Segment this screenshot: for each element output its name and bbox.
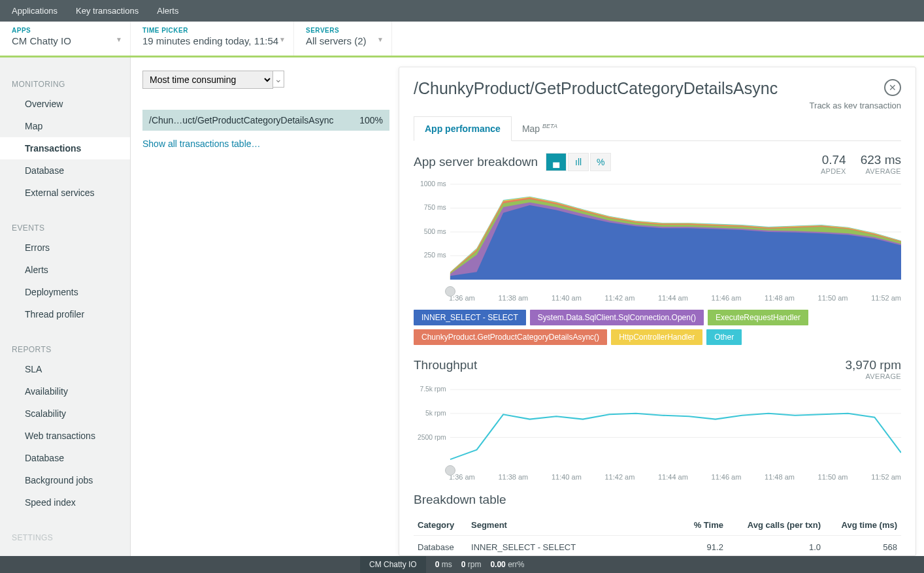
show-all-link[interactable]: Show all transactions table… <box>142 139 389 149</box>
sidebar: MONITORING OverviewMapTransactionsDataba… <box>0 57 131 556</box>
throughput-metric: 3,970 rpm AVERAGE <box>845 358 901 380</box>
sidebar-item-errors[interactable]: Errors <box>0 237 130 259</box>
time-slider-knob[interactable] <box>445 286 455 297</box>
servers-label: SERVERS <box>306 27 380 34</box>
sidebar-section-reports: REPORTS <box>0 341 130 358</box>
bar-chart-icon: ıll <box>575 157 582 167</box>
legend-chip[interactable]: INNER_SELECT - SELECT <box>414 310 526 325</box>
sidebar-section-monitoring: MONITORING <box>0 76 130 93</box>
svg-text:7.5k rpm: 7.5k rpm <box>420 385 446 393</box>
transaction-row[interactable]: /Chun…uct/GetProductCategoryDetailsAsync… <box>142 110 389 131</box>
svg-text:2500 rpm: 2500 rpm <box>418 434 446 441</box>
chart-view-area-button[interactable]: ▄ <box>546 153 567 171</box>
transactions-column: Most time consuming⌄ /Chun…uct/GetProduc… <box>131 57 399 556</box>
throughput-chart[interactable]: 2500 rpm5k rpm7.5k rpm <box>414 385 901 470</box>
sidebar-item-database[interactable]: Database <box>0 447 130 469</box>
footer-bar: CM Chatty IO 0 ms 0 rpm 0.00 err% <box>0 556 924 573</box>
sidebar-item-scalability[interactable]: Scalability <box>0 402 130 425</box>
table-header[interactable]: Segment <box>467 515 682 536</box>
sidebar-item-background-jobs[interactable]: Background jobs <box>0 469 130 491</box>
nav-key-transactions[interactable]: Key transactions <box>76 6 139 16</box>
sidebar-item-speed-index[interactable]: Speed index <box>0 491 130 514</box>
chevron-down-icon: ▼ <box>279 36 286 43</box>
svg-text:1000 ms: 1000 ms <box>420 180 446 188</box>
context-bar: APPS CM Chatty IO ▼ TIME PICKER 19 minut… <box>0 22 924 57</box>
footer-app-name[interactable]: CM Chatty IO <box>360 556 426 573</box>
sidebar-item-external-services[interactable]: External services <box>0 182 130 204</box>
nav-alerts[interactable]: Alerts <box>157 6 178 16</box>
breakdown-legend: INNER_SELECT - SELECTSystem.Data.SqlClie… <box>414 310 901 345</box>
sidebar-item-sla[interactable]: SLA <box>0 358 130 380</box>
sidebar-item-web-transactions[interactable]: Web transactions <box>0 425 130 447</box>
footer-rpm: 0 rpm <box>461 556 491 573</box>
apdex-metric: 0.74 APDEX <box>821 153 846 175</box>
tab-app-performance[interactable]: App performance <box>414 116 512 141</box>
breakdown-table: CategorySegment% TimeAvg calls (per txn)… <box>414 515 901 556</box>
legend-chip[interactable]: ExecuteRequestHandler <box>708 310 808 325</box>
breakdown-title: App server breakdown <box>414 155 538 169</box>
panel-title: /ChunkyProduct/GetProductCategoryDetails… <box>414 79 778 98</box>
svg-text:750 ms: 750 ms <box>424 205 446 212</box>
throughput-title: Throughput <box>414 358 477 372</box>
track-key-transaction[interactable]: Track as kev transaction <box>414 101 901 110</box>
legend-chip[interactable]: System.Data.SqlClient.SqlConnection.Open… <box>530 310 704 325</box>
svg-text:5k rpm: 5k rpm <box>425 410 446 417</box>
footer-err: 0.00 err% <box>490 556 533 573</box>
sidebar-item-overview[interactable]: Overview <box>0 93 130 115</box>
sidebar-item-database[interactable]: Database <box>0 159 130 182</box>
apps-picker[interactable]: APPS CM Chatty IO ▼ <box>0 22 131 56</box>
sidebar-section-events: EVENTS <box>0 220 130 237</box>
transaction-row-pct: 100% <box>359 115 383 125</box>
table-header[interactable]: Avg time (ms) <box>825 515 901 536</box>
apps-value: CM Chatty IO <box>12 35 118 46</box>
svg-text:250 ms: 250 ms <box>424 252 446 259</box>
table-header[interactable]: % Time <box>682 515 727 536</box>
chart-view-bars-button[interactable]: ıll <box>568 153 589 171</box>
sidebar-section-settings: SETTINGS <box>0 529 130 546</box>
time-slider-knob[interactable] <box>445 465 455 476</box>
panel-tabs: App performance Map BETA <box>414 116 901 141</box>
area-chart-icon: ▄ <box>553 157 559 167</box>
table-header[interactable]: Category <box>414 515 467 536</box>
nav-applications[interactable]: Applications <box>12 6 58 16</box>
table-header[interactable]: Avg calls (per txn) <box>727 515 825 536</box>
sidebar-item-deployments[interactable]: Deployments <box>0 281 130 303</box>
chart-view-percent-button[interactable]: % <box>590 153 611 171</box>
apps-label: APPS <box>12 27 118 34</box>
breakdown-table-title: Breakdown table <box>414 493 901 507</box>
percent-icon: % <box>597 157 604 167</box>
legend-chip[interactable]: ChunkyProduct.GetProductCategoryDetailsA… <box>414 329 607 345</box>
detail-panel: /ChunkyProduct/GetProductCategoryDetails… <box>399 67 916 556</box>
breakdown-xaxis: 1:36 am11:38 am11:40 am11:42 am11:44 am1… <box>414 291 901 302</box>
top-nav: Applications Key transactions Alerts <box>0 0 924 22</box>
close-button[interactable]: ✕ <box>884 79 901 96</box>
close-icon: ✕ <box>889 82 897 93</box>
sidebar-item-thread-profiler[interactable]: Thread profiler <box>0 303 130 325</box>
sort-select[interactable]: Most time consuming <box>142 71 273 89</box>
svg-text:500 ms: 500 ms <box>424 228 446 235</box>
sidebar-item-availability[interactable]: Availability <box>0 380 130 402</box>
table-row[interactable]: DatabaseINNER_SELECT - SELECT91.21.0568 <box>414 536 901 557</box>
legend-chip[interactable]: HttpControllerHandler <box>611 329 702 345</box>
servers-value: All servers (2) <box>306 35 380 46</box>
sort-dropdown-extra[interactable]: ⌄ <box>272 71 284 88</box>
sidebar-item-transactions[interactable]: Transactions <box>0 137 130 159</box>
legend-chip[interactable]: Other <box>706 329 742 345</box>
average-metric: 623 ms AVERAGE <box>861 153 901 175</box>
chevron-down-icon: ▼ <box>116 36 122 43</box>
time-value: 19 minutes ending today, 11:54 <box>142 35 282 46</box>
footer-ms: 0 ms <box>426 556 461 573</box>
sidebar-item-map[interactable]: Map <box>0 115 130 137</box>
tab-map[interactable]: Map BETA <box>512 116 568 140</box>
sidebar-item-alerts[interactable]: Alerts <box>0 259 130 281</box>
breakdown-chart[interactable]: 250 ms500 ms750 ms1000 ms <box>414 180 901 291</box>
transaction-row-name: /Chun…uct/GetProductCategoryDetailsAsync <box>149 115 333 125</box>
chevron-down-icon: ▼ <box>377 36 384 43</box>
time-picker[interactable]: TIME PICKER 19 minutes ending today, 11:… <box>131 22 294 56</box>
time-label: TIME PICKER <box>142 27 282 34</box>
servers-picker[interactable]: SERVERS All servers (2) ▼ <box>294 22 392 56</box>
